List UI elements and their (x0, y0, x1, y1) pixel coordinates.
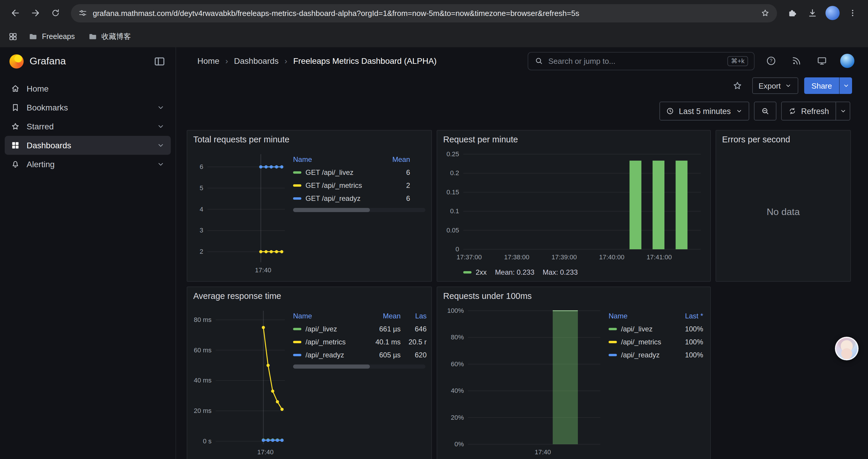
bar-chart[interactable]: 100%80%60%40%20%0%17:40 (442, 304, 605, 458)
svg-text:20 ms: 20 ms (194, 407, 212, 415)
svg-text:17:41:00: 17:41:00 (646, 254, 672, 261)
bookmark-label: 收藏博客 (101, 32, 131, 42)
panel-title[interactable]: Average response time (187, 287, 431, 302)
star-icon (11, 122, 20, 131)
news-button[interactable] (788, 52, 805, 70)
time-controls-bar: Last 5 minutes Refresh (176, 102, 868, 121)
legend-row[interactable]: /api/_readyz100% (609, 349, 706, 362)
chevron-down-icon[interactable] (157, 141, 165, 150)
svg-text:20%: 20% (451, 414, 464, 421)
sidebar-item-home[interactable]: Home (5, 79, 171, 98)
zoom-out-icon (760, 106, 770, 116)
bookmark-star-icon[interactable] (761, 8, 770, 18)
screen: grafana.mathmast.com/d/deytv4rwavabkb/fr… (0, 0, 868, 459)
forward-button[interactable] (26, 4, 45, 23)
bar-chart[interactable]: 0.250.20.150.10.05017:37:0017:38:0017:39… (442, 147, 706, 266)
series-color-key (293, 341, 301, 343)
breadcrumb-home[interactable]: Home (197, 56, 219, 66)
series-color-key (463, 271, 471, 273)
downloads-button[interactable] (803, 4, 822, 23)
site-settings-icon[interactable] (78, 8, 88, 18)
legend-row[interactable]: /api/_livez661 µs646 (293, 323, 427, 335)
display-button[interactable] (813, 52, 831, 70)
grid-filled-icon (11, 140, 20, 150)
legend-header: NameMean (293, 153, 427, 166)
chevron-down-icon[interactable] (157, 160, 165, 168)
help-button[interactable]: ? (762, 52, 780, 70)
extensions-button[interactable] (783, 4, 802, 23)
grafana-logo[interactable] (9, 54, 24, 68)
legend-row[interactable]: /api/_metrics100% (609, 335, 706, 349)
sidebar-item-dashboards[interactable]: Dashboards (5, 136, 171, 155)
download-icon (807, 8, 818, 18)
home-icon (11, 84, 20, 93)
top-navigation: Home › Dashboards › Freeleaps Metrics Da… (176, 47, 868, 74)
scrollbar-thumb[interactable] (293, 208, 370, 212)
timeseries-chart[interactable]: 80 ms60 ms40 ms20 ms0 s17:40 (192, 304, 289, 458)
legend-row[interactable]: /api/_livez100% (609, 323, 706, 335)
svg-text:60 ms: 60 ms (194, 347, 212, 354)
extensions-icon (787, 8, 798, 18)
export-button[interactable]: Export (752, 77, 798, 94)
back-button[interactable] (6, 4, 25, 23)
legend-scrollbar[interactable] (293, 364, 426, 369)
legend-row[interactable]: GET /api/_livez6 (293, 166, 427, 179)
bookmark-freeleaps[interactable]: Freeleaps (26, 30, 77, 43)
favorite-dashboard-button[interactable] (728, 77, 746, 94)
svg-text:0.25: 0.25 (446, 150, 459, 158)
chevron-down-icon (839, 107, 846, 114)
export-label: Export (758, 81, 780, 90)
sidebar: Grafana HomeBookmarksStarredDashboardsAl… (0, 47, 176, 459)
browser-profile-button[interactable] (823, 4, 842, 23)
url-text: grafana.mathmast.com/d/deytv4rwavabkb/fr… (93, 8, 755, 18)
share-split-button: Share (804, 77, 852, 94)
sidebar-item-alerting[interactable]: Alerting (5, 155, 171, 174)
browser-toolbar: grafana.mathmast.com/d/deytv4rwavabkb/fr… (0, 0, 868, 26)
user-profile-button[interactable] (838, 52, 856, 70)
floating-assistant-avatar[interactable] (835, 337, 859, 360)
legend-row[interactable]: GET /api/_metrics2 (293, 179, 427, 192)
apps-grid-icon[interactable] (8, 32, 18, 41)
breadcrumb-dashboards[interactable]: Dashboards (234, 56, 279, 66)
legend-row[interactable]: /api/_metrics40.1 ms20.5 r (293, 335, 427, 349)
refresh-interval-dropdown[interactable] (836, 102, 850, 120)
search-input-box[interactable]: ⌘+k (528, 52, 754, 70)
timeseries-chart[interactable]: 6543217:40 (192, 147, 289, 276)
legend-row[interactable]: GET /api/_readyz6 (293, 192, 427, 205)
no-data-message: No data (721, 147, 845, 276)
svg-text:0.05: 0.05 (446, 227, 459, 234)
browser-menu-button[interactable] (843, 4, 862, 23)
panel-title[interactable]: Request per minute (437, 131, 710, 146)
url-bar[interactable]: grafana.mathmast.com/d/deytv4rwavabkb/fr… (71, 4, 777, 22)
zoom-out-button[interactable] (754, 102, 776, 121)
breadcrumb-separator: › (284, 56, 287, 66)
breadcrumb-current: Freeleaps Metrics Dashboard (ALPHA) (293, 56, 437, 66)
panel-title[interactable]: Errors per second (716, 131, 850, 146)
bookmark-favorite-blogs[interactable]: 收藏博客 (85, 30, 133, 43)
legend-header: NameMeanLas (293, 309, 427, 323)
share-dropdown-button[interactable] (839, 77, 852, 94)
reload-button[interactable] (46, 4, 65, 23)
dashboard-actions-bar: Export Share (176, 74, 868, 97)
series-color-key (609, 328, 617, 330)
legend-row[interactable]: /api/_readyz605 µs620 (293, 349, 427, 362)
panel-title[interactable]: Requests under 100ms (437, 287, 710, 302)
scrollbar-thumb[interactable] (293, 364, 370, 369)
chevron-down-icon[interactable] (157, 122, 165, 131)
refresh-split-button: Refresh (781, 102, 850, 121)
grafana-app: Grafana HomeBookmarksStarredDashboardsAl… (0, 47, 868, 459)
chevron-down-icon[interactable] (157, 103, 165, 112)
search-input[interactable] (548, 57, 723, 65)
sidebar-item-starred[interactable]: Starred (5, 117, 171, 136)
refresh-icon (788, 107, 796, 115)
legend-scrollbar[interactable] (293, 208, 426, 212)
svg-text:17:39:00: 17:39:00 (552, 254, 577, 261)
time-range-picker[interactable]: Last 5 minutes (659, 102, 749, 121)
chart-legend[interactable]: 2xxMean: 0.233Max: 0.233 (442, 266, 706, 279)
share-button[interactable]: Share (804, 77, 839, 94)
panel-request-per-minute: Request per minute 0.250.20.150.10.05017… (437, 130, 711, 282)
sidebar-item-bookmarks[interactable]: Bookmarks (5, 98, 171, 117)
panel-title[interactable]: Total requests per minute (187, 131, 431, 146)
sidebar-collapse-icon[interactable] (153, 55, 166, 68)
refresh-button[interactable]: Refresh (781, 102, 836, 120)
